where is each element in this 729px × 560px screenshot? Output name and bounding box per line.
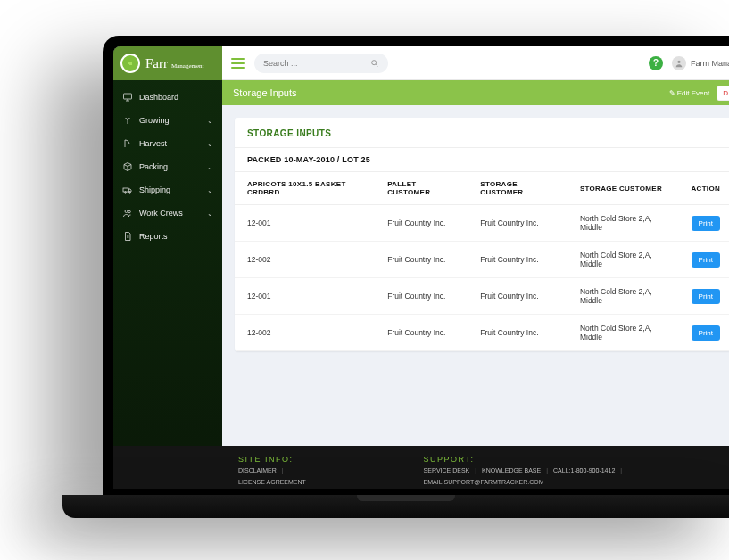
cell-pallet: Fruit Country Inc. [375, 278, 468, 315]
user-avatar-icon [672, 56, 686, 70]
sidebar-item-label: Dashboard [139, 93, 178, 102]
table-header-row: APRICOTS 10X1.5 BASKET CRDBRD PALLET CUS… [235, 172, 729, 205]
brand-logo-icon [120, 54, 140, 73]
print-button[interactable]: Print [692, 289, 720, 304]
cell-action: Print [679, 205, 730, 242]
col-pallet-customer: PALLET CUSTOMER [375, 172, 468, 205]
table-row: 12-001Fruit Country Inc.Fruit Country In… [235, 205, 729, 242]
footer: SITE INFO: DISCLAIMER|LICENSE AGREEMENT … [113, 446, 729, 489]
sidebar-item-label: Work Crews [139, 209, 183, 218]
separator: | [282, 467, 284, 474]
cell-pallet: Fruit Country Inc. [375, 242, 468, 278]
content-area: STORAGE INPUTS PACKED 10-MAY-2010 / LOT … [222, 105, 729, 446]
monitor-icon [122, 92, 133, 103]
cell-code: 12-001 [235, 278, 375, 315]
cell-storage1: Fruit Country Inc. [468, 278, 567, 315]
cell-code: 12-002 [235, 242, 375, 278]
svg-line-13 [376, 64, 377, 66]
people-icon [122, 208, 133, 218]
print-button[interactable]: Print [692, 325, 720, 341]
footer-link[interactable]: KNOWLEDGE BASE [482, 467, 541, 474]
sidebar-nav: Dashboard Growing ⌄ Harvest ⌄ Packi [113, 80, 222, 446]
chevron-down-icon: ⌄ [207, 117, 213, 125]
col-storage-customer-1: STORAGE CUSTOMER [468, 172, 567, 205]
sidebar-item-label: Shipping [139, 185, 170, 194]
cell-storage2: North Cold Store 2,A, Middle [567, 278, 679, 315]
svg-point-12 [372, 60, 377, 64]
cell-code: 12-002 [235, 315, 375, 351]
table-row: 12-002Fruit Country Inc.Fruit Country In… [235, 242, 729, 278]
box-icon [122, 161, 133, 172]
search-box[interactable] [254, 54, 388, 73]
footer-link[interactable]: EMAIL:SUPPORT@FARMTRACKER.COM [424, 479, 544, 485]
brand-header: Farr Management [113, 46, 222, 80]
svg-point-14 [677, 60, 680, 62]
sidebar-item-reports[interactable]: Reports [113, 225, 222, 248]
col-storage-customer-2: STORAGE CUSTOMER [567, 172, 679, 205]
sidebar-item-label: Harvest [139, 139, 167, 148]
separator: | [620, 467, 622, 474]
table-row: 12-002Fruit Country Inc.Fruit Country In… [235, 315, 729, 351]
search-input[interactable] [263, 59, 365, 68]
cell-code: 12-001 [235, 205, 375, 242]
svg-rect-5 [123, 188, 128, 192]
footer-site-title: SITE INFO: [238, 455, 317, 464]
storage-inputs-table: APRICOTS 10X1.5 BASKET CRDBRD PALLET CUS… [235, 172, 729, 351]
doc-icon [122, 231, 133, 242]
col-action: ACTION [679, 172, 730, 205]
footer-link[interactable]: CALL:1-800-900-1412 [553, 467, 615, 474]
footer-support: SUPPORT: SERVICE DESK|KNOWLEDGE BASE|CAL… [424, 455, 638, 482]
chevron-down-icon: ⌄ [207, 163, 213, 171]
svg-point-6 [125, 192, 127, 194]
laptop-base [62, 495, 729, 518]
chevron-down-icon: ⌄ [207, 210, 213, 218]
col-product: APRICOTS 10X1.5 BASKET CRDBRD [235, 172, 375, 205]
sidebar: Farr Management Dashboard Growing ⌄ [113, 46, 222, 446]
table-row: 12-001Fruit Country Inc.Fruit Country In… [235, 278, 729, 315]
print-button[interactable]: Print [692, 216, 720, 231]
brand-name: Farr [145, 56, 168, 71]
svg-point-9 [128, 210, 131, 213]
footer-support-title: SUPPORT: [424, 455, 638, 464]
chevron-down-icon: ⌄ [207, 186, 213, 194]
menu-toggle-button[interactable] [231, 58, 245, 69]
cell-action: Print [679, 242, 730, 278]
cell-storage2: North Cold Store 2,A, Middle [567, 242, 679, 278]
cell-action: Print [679, 278, 730, 315]
card-title: STORAGE INPUTS [235, 118, 729, 147]
sidebar-item-packing[interactable]: Packing ⌄ [113, 155, 222, 178]
footer-link[interactable]: LICENSE AGREEMENT [238, 479, 306, 485]
main-area: ? Farm Manag Storage Inputs Edit Event D… [222, 46, 729, 446]
edit-event-link[interactable]: Edit Event [669, 89, 710, 97]
search-icon [370, 55, 379, 71]
lot-header: PACKED 10-MAY-2010 / LOT 25 [235, 147, 729, 172]
user-label: Farm Manag [691, 59, 729, 68]
sidebar-item-work-crews[interactable]: Work Crews ⌄ [113, 202, 222, 225]
svg-rect-0 [124, 94, 132, 99]
sidebar-item-label: Packing [139, 162, 168, 171]
storage-inputs-card: STORAGE INPUTS PACKED 10-MAY-2010 / LOT … [235, 118, 729, 351]
user-menu[interactable]: Farm Manag [672, 56, 729, 70]
separator: | [546, 467, 548, 474]
delete-button[interactable]: D [717, 86, 729, 101]
sidebar-item-label: Reports [139, 232, 168, 241]
footer-link[interactable]: SERVICE DESK [424, 467, 470, 474]
sidebar-item-dashboard[interactable]: Dashboard [113, 86, 222, 109]
page-header: Storage Inputs Edit Event D [222, 80, 729, 105]
print-button[interactable]: Print [692, 252, 720, 268]
sidebar-item-growing[interactable]: Growing ⌄ [113, 109, 222, 132]
page-title: Storage Inputs [233, 87, 669, 98]
brand-subtitle: Management [171, 62, 204, 70]
sidebar-item-shipping[interactable]: Shipping ⌄ [113, 178, 222, 202]
footer-site-info: SITE INFO: DISCLAIMER|LICENSE AGREEMENT [238, 455, 317, 482]
sidebar-item-harvest[interactable]: Harvest ⌄ [113, 132, 222, 155]
sidebar-item-label: Growing [139, 116, 170, 125]
cell-storage1: Fruit Country Inc. [468, 315, 567, 351]
sprout-icon [122, 115, 133, 126]
topbar: ? Farm Manag [222, 46, 729, 80]
cell-storage1: Fruit Country Inc. [468, 205, 567, 242]
cell-storage1: Fruit Country Inc. [468, 242, 567, 278]
cell-storage2: North Cold Store 2,A, Middle [567, 205, 679, 242]
help-button[interactable]: ? [649, 56, 663, 70]
footer-link[interactable]: DISCLAIMER [238, 467, 277, 474]
